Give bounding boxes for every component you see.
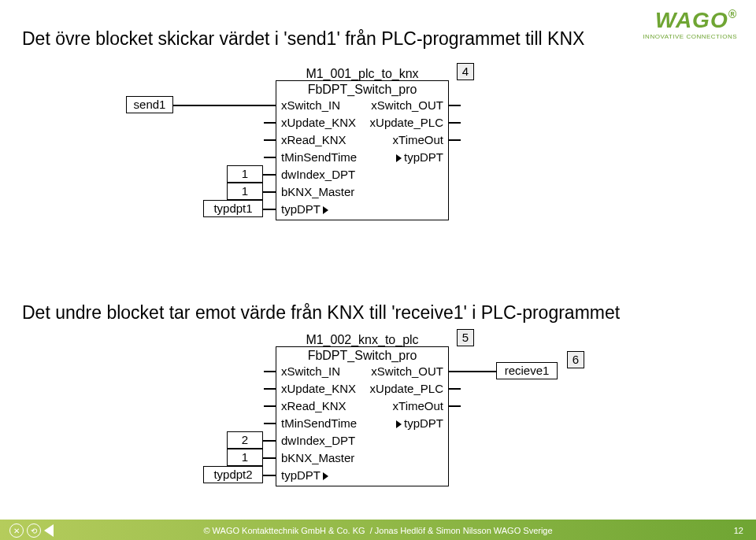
fb2-id-badge: 5 [457, 329, 474, 346]
fb1-out-3: typDPT [394, 150, 443, 164]
triangle-icon [323, 206, 328, 214]
wire [264, 122, 276, 124]
fb2-in-1: xUpdate_KNX [281, 382, 356, 395]
fb2-out-id-badge: 6 [567, 351, 584, 368]
wire [449, 388, 461, 390]
function-block-2: M1_002_knx_to_plc FbDPT_Switch_pro xSwit… [276, 346, 449, 486]
fb1-in-2: xRead_KNX [281, 133, 346, 146]
fb2-in-6: typDPT [281, 468, 331, 482]
triangle-icon [396, 420, 402, 428]
fb1-in-3: tMinSendTime [281, 150, 357, 164]
brand-tagline: INNOVATIVE CONNECTIONS [643, 33, 737, 40]
wire [449, 405, 461, 407]
var-idx-2: 2 [227, 431, 263, 449]
brand-logo: WAGO® [655, 8, 737, 33]
fb1-out-0: xSwitch_OUT [371, 98, 443, 112]
fb2-in-3: tMinSendTime [281, 416, 357, 430]
wire [264, 139, 276, 141]
fb1-in-1: xUpdate_KNX [281, 116, 356, 129]
var-typdpt2: typdpt2 [203, 466, 263, 483]
fb1-out-1: xUpdate_PLC [370, 116, 443, 129]
fb1-id-badge: 4 [457, 63, 474, 80]
wire [449, 371, 496, 372]
triangle-icon [396, 154, 402, 162]
fb1-in-4: dwIndex_DPT [281, 168, 355, 181]
fb2-out-2: xTimeOut [393, 399, 443, 412]
fb1-type: FbDPT_Switch_pro [276, 81, 448, 97]
wire [173, 105, 276, 106]
wire [263, 174, 276, 176]
fb2-in-4: dwIndex_DPT [281, 434, 355, 447]
fb2-name: M1_002_knx_to_plc [276, 331, 448, 347]
heading-top: Det övre blocket skickar värdet i 'send1… [22, 28, 584, 50]
heading-bottom: Det undre blocket tar emot värde från KN… [22, 302, 620, 324]
wire [263, 475, 276, 476]
wire [264, 405, 276, 407]
wire [263, 191, 276, 193]
var-typdpt1: typdpt1 [203, 200, 263, 217]
wire [263, 209, 276, 210]
triangle-icon [323, 472, 328, 480]
fb2-type: FbDPT_Switch_pro [276, 347, 448, 363]
wire [264, 371, 276, 372]
fb1-in-6: typDPT [281, 202, 331, 216]
footer-copyright: © WAGO Kontakttechnik GmbH & Co. KG / Jo… [0, 526, 756, 535]
var-send1: send1 [126, 96, 173, 113]
var-recieve1: recieve1 [496, 362, 558, 379]
footer-page-number: 12 [734, 526, 743, 535]
wire [449, 122, 461, 124]
fb2-in-5: bKNX_Master [281, 451, 354, 464]
fb2-in-2: xRead_KNX [281, 399, 346, 412]
function-block-1: M1_001_plc_to_knx FbDPT_Switch_pro xSwit… [276, 80, 449, 220]
var-master-2: 1 [227, 449, 263, 466]
fb1-name: M1_001_plc_to_knx [276, 65, 448, 81]
wire [264, 388, 276, 390]
wire [263, 457, 276, 459]
fb2-in-0: xSwitch_IN [281, 364, 340, 378]
var-idx-1: 1 [227, 165, 263, 183]
wire [263, 440, 276, 442]
wire [264, 157, 276, 158]
wire [449, 105, 461, 106]
wire [449, 139, 461, 141]
var-master-1: 1 [227, 183, 263, 200]
diagram-block-1: M1_001_plc_to_knx FbDPT_Switch_pro xSwit… [118, 63, 559, 236]
diagram-block-2: M1_002_knx_to_plc FbDPT_Switch_pro xSwit… [118, 329, 622, 502]
fb2-out-3: typDPT [394, 416, 443, 430]
fb1-in-5: bKNX_Master [281, 185, 354, 198]
wire [264, 423, 276, 424]
fb1-out-2: xTimeOut [393, 133, 443, 146]
fb2-out-1: xUpdate_PLC [370, 382, 443, 395]
fb1-in-0: xSwitch_IN [281, 98, 340, 112]
fb2-out-0: xSwitch_OUT [371, 364, 443, 378]
